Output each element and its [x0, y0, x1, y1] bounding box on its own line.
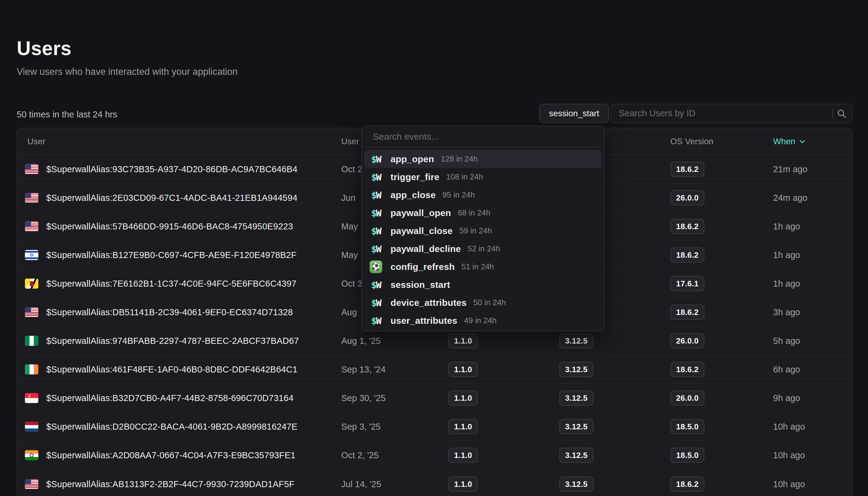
os-version-badge: 18.6.2 [670, 161, 704, 177]
os-version-badge: 26.0.0 [670, 333, 704, 348]
user-alias: $SuperwallAlias:2E03CD09-67C1-4ADC-BA41-… [46, 193, 298, 203]
os-version-badge: 18.6.2 [670, 362, 704, 377]
app-version-badge: 3.12.5 [559, 390, 593, 406]
event-option-label: paywall_close [390, 226, 453, 236]
app-version-badge: 3.12.5 [559, 448, 593, 463]
table-row[interactable]: $SuperwallAlias:461F48FE-1AF0-46B0-8DBC-… [17, 355, 852, 384]
last-seen: 1h ago [773, 250, 800, 260]
event-count-24h: 108 in 24h [446, 172, 483, 182]
flag-us-icon [25, 221, 38, 232]
flag-us-icon [25, 164, 38, 174]
app-version-badge: 3.12.5 [559, 333, 593, 348]
sdk-version-badge: 1.1.0 [448, 419, 478, 434]
flag-us-icon [25, 479, 38, 489]
superwall-event-icon: $W [371, 297, 381, 308]
last-seen: 21m ago [773, 164, 807, 174]
table-row[interactable]: $SuperwallAlias:A2D08AA7-0667-4C04-A7F3-… [17, 441, 852, 470]
event-filter-label: session_start [549, 109, 599, 118]
event-count-24h: 59 in 24h [459, 226, 492, 235]
flag-us-icon [25, 307, 38, 317]
superwall-event-icon: $W [369, 189, 383, 201]
flag-in-icon [25, 450, 38, 460]
flag-ng-icon [25, 336, 38, 346]
os-version-badge: 18.5.0 [670, 448, 704, 463]
event-option-app_open[interactable]: $Wapp_open128 in 24h [364, 150, 601, 168]
event-option-app_close[interactable]: $Wapp_close95 in 24h [364, 186, 601, 204]
os-version-badge: 26.0.0 [670, 190, 704, 205]
event-count-24h: 51 in 24h [461, 262, 494, 272]
event-option-paywall_open[interactable]: $Wpaywall_open68 in 24h [364, 204, 601, 222]
event-option-user_attributes[interactable]: $Wuser_attributes49 in 24h [364, 312, 601, 329]
events-search [362, 126, 604, 147]
flag-in-icon [25, 450, 38, 460]
event-option-device_attributes[interactable]: $Wdevice_attributes50 in 24h [364, 294, 601, 312]
superwall-event-icon: $W [369, 207, 383, 218]
os-version-badge: 18.6.2 [670, 247, 704, 263]
users-page: Users View users who have interacted wit… [0, 0, 868, 496]
flag-il-icon [25, 250, 38, 260]
sdk-version-badge: 1.1.0 [448, 362, 478, 377]
flag-sg-icon [25, 393, 38, 403]
os-version-badge: 18.5.0 [670, 419, 704, 434]
event-option-label: config_refresh [390, 262, 455, 272]
sdk-version-badge: 1.1.0 [448, 362, 478, 377]
os-version-badge: 26.0.0 [670, 190, 704, 205]
app-version-badge: 3.12.5 [559, 448, 593, 463]
sdk-version-badge: 1.1.0 [448, 477, 478, 492]
user-since-date: Jun [341, 193, 355, 203]
app-icon: ⚽ [369, 261, 383, 273]
search-icon[interactable] [837, 109, 847, 119]
flag-bn-icon [25, 279, 38, 289]
app-icon: ⚽ [370, 261, 382, 273]
column-header-when-sort[interactable]: When [773, 137, 806, 146]
event-option-trigger_fire[interactable]: $Wtrigger_fire108 in 24h [364, 168, 601, 186]
user-alias: $SuperwallAlias:B127E9B0-C697-4CFB-AE9E-… [46, 250, 296, 260]
flag-us-icon [25, 307, 38, 317]
flag-ng-icon [25, 336, 38, 346]
os-version-badge: 18.6.2 [670, 477, 704, 492]
user-alias: $SuperwallAlias:7E6162B1-1C37-4C0E-94FC-… [46, 279, 296, 289]
user-since-date: Aug [341, 307, 357, 317]
user-alias: $SuperwallAlias:D2B0CC22-BACA-4061-9B2D-… [46, 422, 298, 432]
superwall-event-icon: $W [371, 279, 381, 290]
os-version-badge: 18.5.0 [670, 448, 704, 463]
flag-bn-icon [25, 279, 38, 289]
event-option-session_start[interactable]: $Wsession_start [364, 276, 601, 294]
event-count-24h: 95 in 24h [443, 190, 475, 200]
search-users-input[interactable] [611, 104, 852, 122]
flag-nl-icon [25, 422, 38, 432]
flag-us-icon [25, 164, 38, 174]
page-title: Users [17, 37, 71, 60]
flag-ie-icon [25, 365, 38, 375]
os-version-badge: 26.0.0 [670, 390, 704, 406]
flag-nl-icon [25, 422, 38, 432]
os-version-badge: 18.6.2 [670, 161, 704, 177]
user-alias: $SuperwallAlias:A2D08AA7-0667-4C04-A7F3-… [46, 450, 295, 460]
sdk-version-badge: 1.1.0 [448, 333, 478, 348]
app-version-badge: 3.12.5 [559, 419, 593, 434]
user-since-date: Sep 13, '24 [341, 365, 386, 375]
table-row[interactable]: $SuperwallAlias:B32D7CB0-A4F7-44B2-8758-… [17, 384, 852, 413]
chevron-down-icon [798, 138, 806, 145]
user-since-date: Oct 2, '25 [341, 450, 379, 460]
superwall-event-icon: $W [371, 154, 381, 165]
table-row[interactable]: $SuperwallAlias:AB1313F2-2B2F-44C7-9930-… [17, 470, 852, 496]
sdk-version-badge: 1.1.0 [448, 448, 478, 463]
os-version-badge: 18.6.2 [670, 305, 704, 320]
superwall-event-icon: $W [371, 207, 381, 218]
event-filter-button[interactable]: session_start [539, 104, 609, 123]
user-alias: $SuperwallAlias:461F48FE-1AF0-46B0-8DBC-… [46, 365, 298, 375]
event-option-config_refresh[interactable]: ⚽config_refresh51 in 24h [364, 258, 601, 276]
last-seen: 1h ago [773, 279, 800, 289]
table-row[interactable]: $SuperwallAlias:D2B0CC22-BACA-4061-9B2D-… [17, 413, 852, 441]
event-option-paywall_decline[interactable]: $Wpaywall_decline52 in 24h [364, 240, 601, 258]
event-option-label: trigger_fire [390, 172, 439, 182]
last-seen: 10h ago [773, 422, 805, 432]
flag-us-icon [25, 193, 38, 203]
user-alias: $SuperwallAlias:93C73B35-A937-4D20-86DB-… [46, 164, 298, 174]
superwall-event-icon: $W [371, 315, 381, 326]
event-count-24h: 49 in 24h [464, 316, 497, 325]
event-option-paywall_close[interactable]: $Wpaywall_close59 in 24h [364, 222, 601, 240]
search-events-input[interactable] [362, 126, 604, 147]
os-version-badge: 18.6.2 [670, 477, 704, 492]
